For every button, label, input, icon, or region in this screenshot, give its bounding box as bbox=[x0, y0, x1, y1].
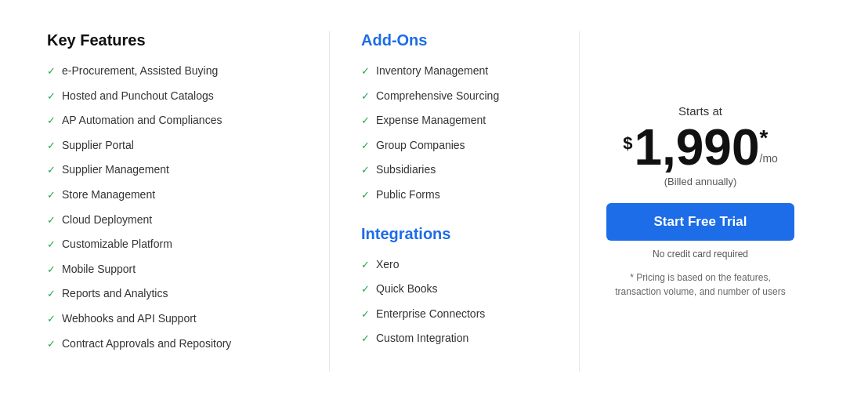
list-item: ✓Store Management bbox=[47, 187, 306, 203]
no-credit-label: No credit card required bbox=[653, 249, 748, 260]
feature-label: Mobile Support bbox=[62, 262, 136, 278]
feature-label: Contract Approvals and Repository bbox=[62, 336, 231, 352]
addon-label: Expense Management bbox=[376, 113, 486, 129]
check-icon: ✓ bbox=[47, 337, 56, 351]
list-item: ✓Mobile Support bbox=[47, 262, 306, 278]
feature-label: Reports and Analytics bbox=[62, 286, 168, 302]
starts-at-label: Starts at bbox=[678, 104, 722, 118]
asterisk: * bbox=[760, 127, 769, 149]
feature-label: e-Procurement, Assisted Buying bbox=[62, 64, 218, 79]
list-item: ✓Enterprise Connectors bbox=[361, 307, 548, 322]
check-icon: ✓ bbox=[361, 64, 370, 78]
addon-label: Public Forms bbox=[376, 187, 440, 203]
feature-label: Webhooks and API Support bbox=[62, 311, 197, 327]
list-item: ✓Hosted and Punchout Catalogs bbox=[47, 89, 306, 104]
check-icon: ✓ bbox=[361, 258, 370, 272]
pricing-note: * Pricing is based on the features, tran… bbox=[614, 270, 787, 299]
list-item: ✓Comprehensive Sourcing bbox=[361, 89, 548, 104]
check-icon: ✓ bbox=[47, 163, 56, 177]
check-icon: ✓ bbox=[47, 238, 56, 252]
pricing-section: Starts at $ 1,990 * /mo (Billed annually… bbox=[580, 31, 821, 372]
addons-title: Add-Ons bbox=[361, 31, 548, 49]
check-icon: ✓ bbox=[47, 114, 56, 128]
integrations-section: Integrations ✓Xero✓Quick Books✓Enterpris… bbox=[361, 225, 548, 347]
check-icon: ✓ bbox=[361, 282, 370, 296]
integration-label: Xero bbox=[376, 257, 400, 273]
list-item: ✓Custom Integration bbox=[361, 331, 548, 347]
list-item: ✓Supplier Management bbox=[47, 162, 306, 178]
feature-label: Cloud Deployment bbox=[62, 212, 152, 228]
list-item: ✓Contract Approvals and Repository bbox=[47, 336, 306, 352]
addon-label: Subsidiaries bbox=[376, 162, 436, 178]
addon-label: Group Companies bbox=[376, 138, 465, 154]
list-item: ✓Inventory Management bbox=[361, 64, 548, 79]
list-item: ✓Reports and Analytics bbox=[47, 286, 306, 302]
check-icon: ✓ bbox=[361, 139, 370, 153]
list-item: ✓Customizable Platform bbox=[47, 237, 306, 252]
check-icon: ✓ bbox=[361, 307, 370, 321]
check-icon: ✓ bbox=[361, 163, 370, 177]
list-item: ✓Group Companies bbox=[361, 138, 548, 154]
feature-label: Supplier Management bbox=[62, 162, 169, 178]
list-item: ✓Supplier Portal bbox=[47, 138, 306, 154]
main-container: Key Features ✓e-Procurement, Assisted Bu… bbox=[0, 0, 868, 403]
key-features-section: Key Features ✓e-Procurement, Assisted Bu… bbox=[47, 31, 329, 372]
integration-label: Quick Books bbox=[376, 281, 438, 297]
list-item: ✓Webhooks and API Support bbox=[47, 311, 306, 327]
check-icon: ✓ bbox=[47, 139, 56, 153]
price-suffix: * /mo bbox=[760, 127, 778, 165]
check-icon: ✓ bbox=[47, 263, 56, 277]
check-icon: ✓ bbox=[47, 188, 56, 202]
feature-label: Supplier Portal bbox=[62, 138, 134, 154]
key-features-title: Key Features bbox=[47, 31, 306, 49]
check-icon: ✓ bbox=[47, 287, 56, 301]
list-item: ✓e-Procurement, Assisted Buying bbox=[47, 64, 306, 79]
dollar-sign: $ bbox=[623, 133, 632, 154]
addon-label: Inventory Management bbox=[376, 64, 488, 79]
integration-label: Enterprise Connectors bbox=[376, 307, 485, 322]
check-icon: ✓ bbox=[361, 114, 370, 128]
addons-section: Add-Ons ✓Inventory Management✓Comprehens… bbox=[329, 31, 580, 372]
list-item: ✓Public Forms bbox=[361, 187, 548, 203]
list-item: ✓AP Automation and Compliances bbox=[47, 113, 306, 129]
check-icon: ✓ bbox=[361, 188, 370, 202]
list-item: ✓Xero bbox=[361, 257, 548, 273]
addon-label: Comprehensive Sourcing bbox=[376, 89, 499, 104]
check-icon: ✓ bbox=[47, 89, 56, 103]
integrations-list: ✓Xero✓Quick Books✓Enterprise Connectors✓… bbox=[361, 257, 548, 347]
feature-label: Customizable Platform bbox=[62, 237, 172, 252]
feature-label: AP Automation and Compliances bbox=[62, 113, 222, 129]
check-icon: ✓ bbox=[361, 332, 370, 346]
start-free-trial-button[interactable]: Start Free Trial bbox=[606, 203, 794, 241]
feature-label: Store Management bbox=[62, 187, 155, 203]
feature-label: Hosted and Punchout Catalogs bbox=[62, 89, 214, 104]
price-number: 1,990 bbox=[634, 122, 759, 172]
billed-annually: (Billed annually) bbox=[664, 176, 737, 187]
integration-label: Custom Integration bbox=[376, 331, 468, 347]
check-icon: ✓ bbox=[47, 213, 56, 227]
list-item: ✓Quick Books bbox=[361, 281, 548, 297]
check-icon: ✓ bbox=[47, 64, 56, 78]
key-features-list: ✓e-Procurement, Assisted Buying✓Hosted a… bbox=[47, 64, 306, 351]
addons-list: ✓Inventory Management✓Comprehensive Sour… bbox=[361, 64, 548, 203]
list-item: ✓Expense Management bbox=[361, 113, 548, 129]
per-month: /mo bbox=[760, 152, 778, 165]
check-icon: ✓ bbox=[47, 312, 56, 326]
list-item: ✓Subsidiaries bbox=[361, 162, 548, 178]
integrations-title: Integrations bbox=[361, 225, 548, 243]
check-icon: ✓ bbox=[361, 89, 370, 103]
price-display: $ 1,990 * /mo bbox=[623, 122, 778, 172]
list-item: ✓Cloud Deployment bbox=[47, 212, 306, 228]
